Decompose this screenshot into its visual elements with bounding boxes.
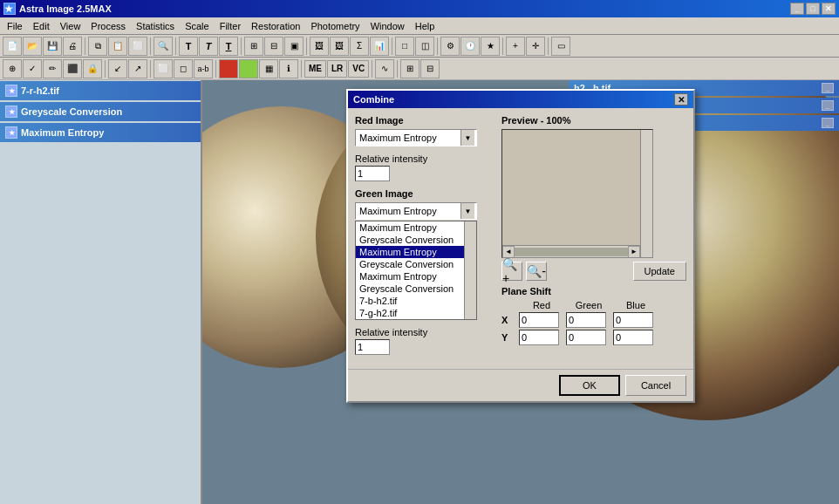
tb2-9[interactable]: ◻ <box>174 59 193 78</box>
tb-rect[interactable]: ▭ <box>551 37 570 56</box>
text2[interactable]: T <box>199 37 218 56</box>
red-image-combo[interactable]: Maximum Entropy ▼ <box>355 129 477 146</box>
toolbar-2: ⊕ ✓ ✏ ⬛ 🔒 ↙ ↗ ⬜ ◻ a-b ▦ ℹ ME LR VC ∿ ⊞ ⊟ <box>0 58 839 80</box>
tb-img1[interactable]: 🖼 <box>310 37 329 56</box>
menu-photometry[interactable]: Photometry <box>305 19 365 33</box>
app-icon: ★ <box>3 3 16 15</box>
tb2-3[interactable]: ✏ <box>43 59 62 78</box>
tb-star[interactable]: ★ <box>481 37 500 56</box>
menu-process[interactable]: Process <box>85 19 131 33</box>
grid2[interactable]: ⊟ <box>264 37 283 56</box>
ok-button[interactable]: OK <box>559 375 620 396</box>
ps-blue-x[interactable] <box>613 312 653 328</box>
tb-img3[interactable]: 📊 <box>370 37 389 56</box>
maximize-button[interactable]: □ <box>806 3 820 15</box>
green-intensity-input[interactable] <box>355 339 390 355</box>
save-button[interactable]: 💾 <box>43 37 62 56</box>
dropdown-item-5[interactable]: Greyscale Conversion <box>356 283 476 295</box>
minimize-button[interactable]: _ <box>790 3 804 15</box>
menu-statistics[interactable]: Statistics <box>131 19 180 33</box>
cancel-button[interactable]: Cancel <box>625 375 686 396</box>
panel-max-entropy[interactable]: ★ Maximum Entropy <box>0 123 201 142</box>
print-button[interactable]: 🖨 <box>63 37 82 56</box>
paste-button[interactable]: 📋 <box>108 37 127 56</box>
tb-sq1[interactable]: □ <box>395 37 414 56</box>
green-dropdown-container: Maximum Entropy Greyscale Conversion Max… <box>355 221 495 320</box>
scroll-right-arrow[interactable]: ► <box>628 246 640 258</box>
ps-green-x[interactable] <box>566 312 606 328</box>
tb2-vc[interactable]: VC <box>348 60 369 78</box>
menu-window[interactable]: Window <box>365 19 410 33</box>
tb3[interactable]: ⬜ <box>128 37 147 56</box>
dropdown-scrollbar[interactable] <box>464 221 476 319</box>
tb2-4[interactable]: ⬛ <box>63 59 82 78</box>
tb2-abc[interactable]: a-b <box>194 59 213 78</box>
open-button[interactable]: 📂 <box>23 37 42 56</box>
tb-sq2[interactable]: ◫ <box>415 37 434 56</box>
tb2-grid[interactable]: ⊞ <box>400 59 420 78</box>
tb-gear[interactable]: ⚙ <box>440 37 460 56</box>
dropdown-item-7[interactable]: 7-g-h2.tif <box>356 307 476 319</box>
tb2-7[interactable]: ↗ <box>128 59 147 78</box>
scroll-left-arrow[interactable]: ◄ <box>502 246 515 258</box>
tb-cross[interactable]: ✛ <box>526 37 545 56</box>
green-combo-arrow[interactable]: ▼ <box>460 203 474 219</box>
preview-scrollbar-h[interactable]: ◄ ► <box>502 245 640 257</box>
dialog-close-button[interactable]: ✕ <box>674 93 688 106</box>
tb2-info[interactable]: ℹ <box>279 59 298 78</box>
grid1[interactable]: ⊞ <box>244 37 263 56</box>
tb2-2[interactable]: ✓ <box>23 59 42 78</box>
tb-img2[interactable]: 🖼 <box>330 37 349 56</box>
tb2-1[interactable]: ⊕ <box>3 59 22 78</box>
menu-file[interactable]: File <box>2 19 28 33</box>
tb2-me[interactable]: ME <box>304 60 326 78</box>
dropdown-item-2[interactable]: Maximum Entropy <box>356 246 476 258</box>
tb2-lr[interactable]: LR <box>327 60 347 78</box>
update-button[interactable]: Update <box>633 262 686 281</box>
tb2-win[interactable]: ⊟ <box>420 59 440 78</box>
tb2-filter[interactable]: ∿ <box>375 59 394 78</box>
text3[interactable]: T <box>219 37 238 56</box>
menu-scale[interactable]: Scale <box>180 19 215 33</box>
ps-blue-y[interactable] <box>613 330 653 345</box>
dropdown-item-3[interactable]: Greyscale Conversion <box>356 258 476 270</box>
ps-red-x[interactable] <box>519 312 559 328</box>
scroll-h-track[interactable] <box>515 248 628 256</box>
menu-view[interactable]: View <box>55 19 86 33</box>
dropdown-item-1[interactable]: Greyscale Conversion <box>356 234 476 246</box>
tb2-hist[interactable]: ▦ <box>259 59 278 78</box>
panel-max-entropy-label: Maximum Entropy <box>21 127 104 138</box>
text1[interactable]: T <box>179 37 198 56</box>
red-combo-arrow[interactable]: ▼ <box>460 130 474 146</box>
zoom-out-button[interactable]: 🔍- <box>526 262 547 281</box>
tb2-color2[interactable] <box>239 59 258 78</box>
preview-scrollbar-v[interactable] <box>640 130 652 257</box>
new-button[interactable]: 📄 <box>3 37 22 56</box>
dropdown-item-6[interactable]: 7-b-h2.tif <box>356 295 476 307</box>
panel-file[interactable]: ★ 7-r-h2.tif <box>0 81 201 100</box>
menu-filter[interactable]: Filter <box>215 19 246 33</box>
dropdown-item-0[interactable]: Maximum Entropy <box>356 221 476 234</box>
green-dropdown-list[interactable]: Maximum Entropy Greyscale Conversion Max… <box>355 221 477 320</box>
close-button[interactable]: ✕ <box>822 3 836 15</box>
menu-restoration[interactable]: Restoration <box>246 19 305 33</box>
menu-edit[interactable]: Edit <box>28 19 55 33</box>
tb-plus[interactable]: + <box>506 37 525 56</box>
dropdown-item-4[interactable]: Maximum Entropy <box>356 270 476 283</box>
green-image-combo[interactable]: Maximum Entropy ▼ <box>355 202 477 220</box>
ps-red-y[interactable] <box>519 330 559 345</box>
zoom-in-button[interactable]: 🔍+ <box>501 262 522 281</box>
tb-fill[interactable]: ▣ <box>284 37 304 56</box>
copy-button[interactable]: ⧉ <box>88 37 107 56</box>
tb2-color1[interactable] <box>219 59 238 78</box>
tb-clock[interactable]: 🕐 <box>460 37 480 56</box>
tb2-8[interactable]: ⬜ <box>153 59 173 78</box>
zoom-in[interactable]: 🔍 <box>153 37 173 56</box>
tb2-5[interactable]: 🔒 <box>83 59 102 78</box>
menu-help[interactable]: Help <box>410 19 440 33</box>
ps-green-y[interactable] <box>566 330 606 345</box>
tb-sum[interactable]: Σ <box>350 37 369 56</box>
tb2-6[interactable]: ↙ <box>108 59 127 78</box>
red-intensity-input[interactable] <box>355 166 390 181</box>
panel-greyscale[interactable]: ★ Greyscale Conversion <box>0 102 201 121</box>
